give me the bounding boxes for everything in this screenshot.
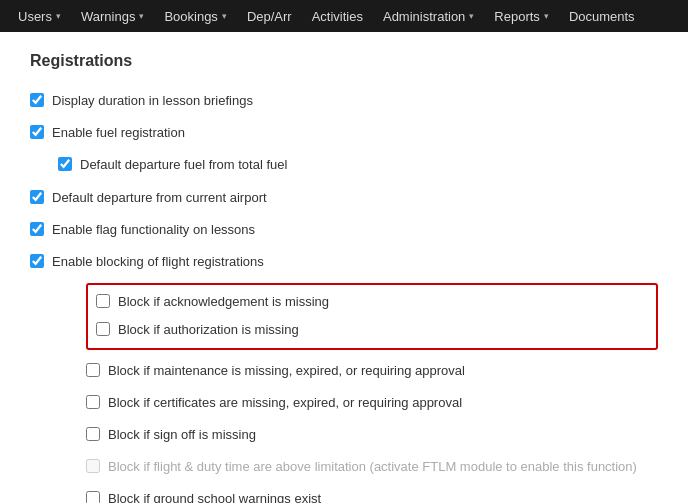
checkbox-label[interactable]: Default departure fuel from total fuel (58, 156, 287, 174)
checkbox-row[interactable]: Display duration in lesson briefings (30, 90, 658, 112)
checkbox-label[interactable]: Block if authorization is missing (96, 321, 299, 339)
checkbox-text: Block if maintenance is missing, expired… (108, 362, 465, 380)
nav-item-users[interactable]: Users▾ (8, 0, 71, 32)
checkbox-row[interactable]: Enable fuel registration (30, 122, 658, 144)
checkbox-text: Block if authorization is missing (118, 321, 299, 339)
checkbox-label[interactable]: Block if ground school warnings exist (86, 490, 321, 503)
checkbox-label[interactable]: Enable blocking of flight registrations (30, 253, 264, 271)
checkbox-text: Enable flag functionality on lessons (52, 221, 255, 239)
checkbox-text: Default departure from current airport (52, 189, 267, 207)
checkbox-input[interactable] (86, 395, 100, 409)
checkbox-input[interactable] (30, 93, 44, 107)
checkbox-text: Enable blocking of flight registrations (52, 253, 264, 271)
checkbox-row[interactable]: Default departure fuel from total fuel (58, 154, 658, 176)
main-content: Registrations Display duration in lesson… (0, 32, 688, 503)
checkbox-input[interactable] (86, 363, 100, 377)
sub-checkboxes-container: Block if maintenance is missing, expired… (30, 360, 658, 504)
checkbox-input[interactable] (30, 190, 44, 204)
checkbox-input[interactable] (86, 427, 100, 441)
checkbox-label[interactable]: Enable flag functionality on lessons (30, 221, 255, 239)
red-outline-group: Block if acknowledgement is missingBlock… (86, 283, 658, 349)
checkbox-text: Block if acknowledgement is missing (118, 293, 329, 311)
nav-item-bookings[interactable]: Bookings▾ (154, 0, 236, 32)
checkbox-label[interactable]: Enable fuel registration (30, 124, 185, 142)
checkbox-input[interactable] (96, 322, 110, 336)
checkbox-input (86, 459, 100, 473)
nav-item-warnings[interactable]: Warnings▾ (71, 0, 154, 32)
chevron-down-icon: ▾ (544, 11, 549, 21)
checkbox-input[interactable] (86, 491, 100, 503)
chevron-down-icon: ▾ (139, 11, 144, 21)
checkbox-row: Block if flight & duty time are above li… (86, 456, 658, 478)
checkbox-input[interactable] (30, 222, 44, 236)
checkbox-input[interactable] (30, 125, 44, 139)
nav-item-reports[interactable]: Reports▾ (484, 0, 559, 32)
checkbox-label[interactable]: Block if maintenance is missing, expired… (86, 362, 465, 380)
checkbox-text: Block if sign off is missing (108, 426, 256, 444)
checkbox-row[interactable]: Block if maintenance is missing, expired… (86, 360, 658, 382)
checkbox-text: Default departure fuel from total fuel (80, 156, 287, 174)
checkbox-label[interactable]: Default departure from current airport (30, 189, 267, 207)
checkbox-text: Display duration in lesson briefings (52, 92, 253, 110)
nav-item-dep-arr[interactable]: Dep/Arr (237, 0, 302, 32)
checkbox-input[interactable] (58, 157, 72, 171)
checkbox-text: Block if certificates are missing, expir… (108, 394, 462, 412)
checkbox-row[interactable]: Block if authorization is missing (96, 319, 648, 341)
section-title: Registrations (30, 52, 658, 70)
checkbox-text: Block if ground school warnings exist (108, 490, 321, 503)
checkbox-text: Block if flight & duty time are above li… (108, 458, 637, 476)
main-nav: Users▾Warnings▾Bookings▾Dep/ArrActivitie… (0, 0, 688, 32)
checkbox-label: Block if flight & duty time are above li… (86, 458, 637, 476)
checkbox-label[interactable]: Display duration in lesson briefings (30, 92, 253, 110)
checkbox-row[interactable]: Block if sign off is missing (86, 424, 658, 446)
checkbox-input[interactable] (96, 294, 110, 308)
checkbox-row[interactable]: Enable blocking of flight registrations (30, 251, 658, 273)
chevron-down-icon: ▾ (56, 11, 61, 21)
top-checkboxes-container: Display duration in lesson briefingsEnab… (30, 90, 658, 273)
nav-item-documents[interactable]: Documents (559, 0, 645, 32)
checkbox-row[interactable]: Block if acknowledgement is missing (96, 291, 648, 313)
chevron-down-icon: ▾ (222, 11, 227, 21)
checkbox-label[interactable]: Block if certificates are missing, expir… (86, 394, 462, 412)
nav-item-activities[interactable]: Activities (302, 0, 373, 32)
checkbox-row[interactable]: Default departure from current airport (30, 187, 658, 209)
checkbox-row[interactable]: Enable flag functionality on lessons (30, 219, 658, 241)
checkbox-label[interactable]: Block if acknowledgement is missing (96, 293, 329, 311)
checkbox-row[interactable]: Block if certificates are missing, expir… (86, 392, 658, 414)
checkbox-input[interactable] (30, 254, 44, 268)
checkbox-text: Enable fuel registration (52, 124, 185, 142)
checkbox-label[interactable]: Block if sign off is missing (86, 426, 256, 444)
nav-item-administration[interactable]: Administration▾ (373, 0, 484, 32)
checkbox-row[interactable]: Block if ground school warnings exist (86, 488, 658, 503)
chevron-down-icon: ▾ (469, 11, 474, 21)
